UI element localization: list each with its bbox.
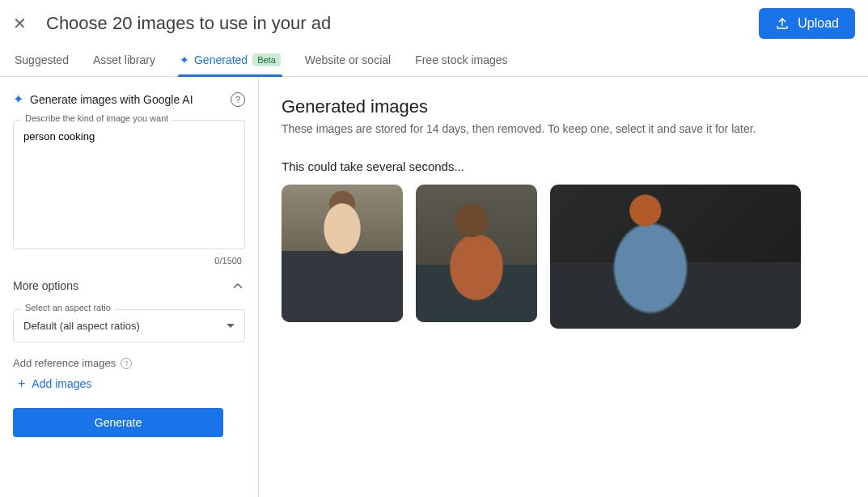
image-thumbnail (550, 185, 801, 329)
tab-label: Website or social (305, 53, 391, 66)
source-tabs: Suggested Asset library ✦ Generated Beta… (0, 45, 868, 77)
tab-website-or-social[interactable]: Website or social (303, 45, 392, 76)
plus-icon: + (18, 377, 25, 390)
tab-free-stock[interactable]: Free stock images (413, 45, 509, 76)
upload-button-label: Upload (798, 16, 839, 31)
generated-image[interactable] (416, 185, 537, 322)
beta-badge: Beta (252, 53, 281, 66)
sparkle-icon: ✦ (180, 53, 189, 66)
help-icon[interactable]: ? (231, 92, 245, 107)
sidebar-heading: Generate images with Google AI (30, 93, 224, 106)
generated-image[interactable] (550, 185, 801, 329)
results-panel: Generated images These images are stored… (259, 77, 868, 497)
sidebar-heading-row: ✦ Generate images with Google AI ? (13, 91, 245, 107)
sparkle-icon: ✦ (13, 91, 23, 107)
tab-label: Generated (194, 53, 248, 66)
dialog-header: ✕ Choose 20 images to use in your ad Upl… (0, 0, 868, 45)
prompt-field: Describe the kind of image you want (13, 120, 245, 253)
add-images-label: Add images (32, 377, 91, 390)
reference-images-label-row: Add reference images ? (13, 357, 245, 369)
close-icon[interactable]: ✕ (13, 15, 27, 32)
chevron-down-icon (227, 324, 235, 328)
tab-label: Asset library (93, 53, 155, 66)
tab-label: Free stock images (415, 53, 507, 66)
more-options-toggle[interactable]: More options (13, 277, 245, 295)
results-title: Generated images (282, 96, 845, 117)
generated-image[interactable] (282, 185, 403, 322)
upload-button[interactable]: Upload (759, 8, 855, 39)
aspect-ratio-value: Default (all aspect ratios) (23, 320, 140, 332)
loading-message: This could take several seconds... (282, 159, 845, 173)
help-icon[interactable]: ? (121, 358, 132, 369)
tab-suggested[interactable]: Suggested (13, 45, 70, 76)
more-options-label: More options (13, 279, 78, 292)
upload-icon (775, 16, 790, 31)
tab-asset-library[interactable]: Asset library (91, 45, 157, 76)
results-subtitle: These images are stored for 14 days, the… (282, 122, 845, 135)
aspect-ratio-field: Select an aspect ratio Default (all aspe… (13, 309, 245, 342)
aspect-ratio-label: Select an aspect ratio (21, 303, 115, 312)
aspect-ratio-select[interactable]: Default (all aspect ratios) (13, 309, 245, 342)
generate-button[interactable]: Generate (13, 408, 223, 437)
image-thumbnail (416, 185, 537, 322)
reference-images-label: Add reference images (13, 357, 116, 369)
results-grid (282, 185, 845, 329)
image-thumbnail (282, 185, 403, 322)
char-count: 0/1500 (13, 256, 245, 265)
add-images-button[interactable]: + Add images (13, 377, 245, 390)
generation-sidebar: ✦ Generate images with Google AI ? Descr… (0, 77, 259, 497)
generate-button-label: Generate (95, 416, 142, 429)
prompt-input[interactable] (13, 120, 245, 249)
dialog-title: Choose 20 images to use in your ad (46, 13, 759, 34)
prompt-label: Describe the kind of image you want (21, 113, 172, 123)
chevron-up-icon (231, 278, 245, 293)
tab-generated[interactable]: ✦ Generated Beta (178, 45, 282, 76)
tab-label: Suggested (15, 53, 69, 66)
